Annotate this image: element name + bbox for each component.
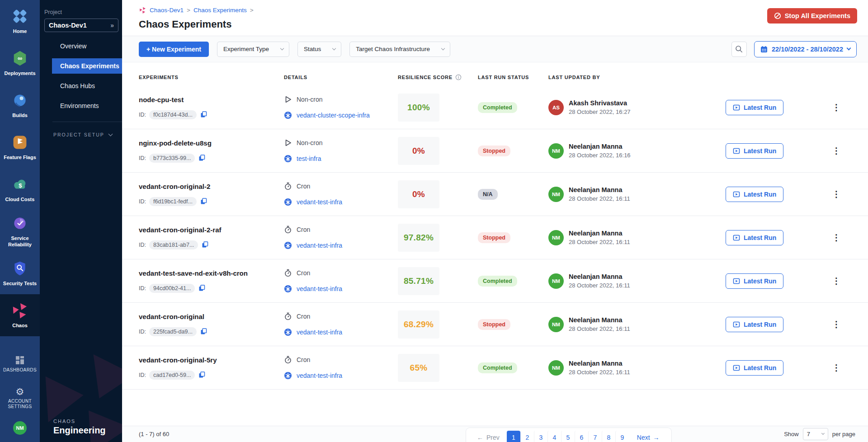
latest-run-button[interactable]: Latest Run	[726, 273, 783, 289]
date-range-picker[interactable]: 22/10/2022 - 28/10/2022	[754, 41, 857, 57]
page-button[interactable]: 5	[561, 431, 575, 442]
infrastructure-link[interactable]: vedant-test-infra	[297, 242, 342, 249]
experiment-id: b773c335-99...	[149, 154, 195, 163]
prev-page-button[interactable]: ← Prev	[472, 434, 505, 441]
page-button[interactable]: 4	[547, 431, 561, 442]
page-button[interactable]: 8	[602, 431, 615, 442]
row-menu-kebab-icon[interactable]: ⋮	[816, 320, 857, 329]
nav-dashboards[interactable]: DASHBOARDS	[0, 348, 40, 381]
experiment-cell: vedant-cron-original ID: 225fcad5-da9...	[139, 313, 284, 336]
infrastructure-link[interactable]: test-infra	[297, 155, 321, 162]
per-page-select[interactable]: 7	[803, 428, 828, 440]
next-page-button[interactable]: Next →	[631, 434, 666, 441]
latest-run-button[interactable]: Latest Run	[726, 187, 783, 202]
copy-icon[interactable]	[201, 241, 209, 249]
project-selector[interactable]: Chaos-Dev1 »	[44, 19, 118, 32]
breadcrumb-page[interactable]: Chaos Experiments	[193, 7, 247, 14]
stop-all-experiments-button[interactable]: Stop All Experiments	[767, 8, 857, 24]
infrastructure-link[interactable]: vedant-test-infra	[297, 285, 342, 292]
table-row: node-cpu-test ID: f0c187d4-43d...	[122, 86, 868, 129]
row-menu-kebab-icon[interactable]: ⋮	[816, 277, 857, 285]
infrastructure-link[interactable]: vedant-test-infra	[297, 198, 342, 206]
breadcrumb-project[interactable]: Chaos-Dev1	[150, 7, 184, 14]
experiment-cell: vedant-cron-original-2 ID: f6d19bc1-fedf…	[139, 183, 284, 206]
nav-cloud-costs-label: Cloud Costs	[5, 197, 35, 203]
experiment-type-line: Cron	[284, 356, 398, 364]
experiment-name[interactable]: node-cpu-test	[139, 96, 284, 103]
latest-run-button[interactable]: Latest Run	[726, 317, 783, 332]
experiment-name[interactable]: vedant-cron-original	[139, 313, 284, 320]
user-avatar[interactable]: NM	[13, 421, 27, 435]
nav-deployments[interactable]: ∞ Deployments	[0, 42, 40, 84]
experiment-name[interactable]: vedant-test-save-nd-exit-v8h-cron	[139, 269, 284, 277]
infrastructure-link[interactable]: vedant-test-infra	[297, 329, 342, 336]
toolbar-right: 22/10/2022 - 28/10/2022	[731, 41, 857, 57]
search-button[interactable]	[731, 42, 747, 57]
experiment-name[interactable]: vedant-cron-original-2-raf	[139, 226, 284, 234]
page-button[interactable]: 3	[534, 431, 547, 442]
per-page-value: 7	[807, 431, 810, 437]
info-icon[interactable]	[455, 74, 462, 80]
nav-home[interactable]: Home	[0, 0, 40, 42]
kubernetes-icon	[284, 371, 292, 380]
sidebar-item-chaos-experiments[interactable]: Chaos Experiments	[52, 58, 122, 74]
project-selector-value: Chaos-Dev1	[49, 22, 87, 29]
page-button[interactable]: 9	[615, 431, 629, 442]
experiment-cell: vedant-test-save-nd-exit-v8h-cron ID: 94…	[139, 269, 284, 293]
new-experiment-button[interactable]: + New Experiment	[139, 42, 209, 57]
sidebar-item-environments[interactable]: Environments	[40, 98, 122, 113]
latest-run-button[interactable]: Latest Run	[726, 143, 783, 159]
copy-icon[interactable]	[198, 284, 206, 292]
filter-experiment-type[interactable]: Experiment Type	[217, 42, 289, 57]
row-menu-kebab-icon[interactable]: ⋮	[816, 233, 857, 242]
page-button[interactable]: 6	[575, 431, 588, 442]
nav-builds[interactable]: Builds	[0, 84, 40, 126]
status-badge: N/A	[478, 189, 498, 200]
page-button[interactable]: 7	[588, 431, 602, 442]
table-row: vedant-test-save-nd-exit-v8h-cron ID: 94…	[122, 259, 868, 303]
nav-service-reliability-label: Service Reliability	[0, 235, 40, 248]
latest-run-button[interactable]: Latest Run	[726, 360, 783, 376]
copy-icon[interactable]	[200, 328, 208, 335]
infrastructure-link[interactable]: vedant-test-infra	[297, 372, 342, 379]
latest-run-button[interactable]: Latest Run	[726, 230, 783, 245]
column-details: DETAILS	[284, 75, 398, 80]
row-menu-kebab-icon[interactable]: ⋮	[816, 190, 857, 198]
filter-status[interactable]: Status	[297, 42, 341, 57]
filter-target-infrastructure[interactable]: Target Chaos Infrastructure	[349, 42, 450, 57]
copy-icon[interactable]	[200, 111, 208, 118]
latest-run-button[interactable]: Latest Run	[726, 100, 783, 115]
nav-account-settings[interactable]: ⚙ ACCOUNT SETTINGS	[0, 381, 40, 416]
sidebar-item-overview[interactable]: Overview	[40, 38, 122, 54]
nav-chaos[interactable]: Chaos	[0, 294, 40, 336]
experiment-name[interactable]: vedant-cron-original-2	[139, 183, 284, 190]
details-cell: Non-cron test-infra	[284, 139, 398, 163]
page-button[interactable]: 1	[507, 431, 520, 442]
nav-cloud-costs[interactable]: $ Cloud Costs	[0, 168, 40, 210]
chaos-breadcrumb-icon	[139, 6, 146, 14]
sidebar-item-chaos-hubs[interactable]: Chaos Hubs	[40, 78, 122, 94]
filter-target-infrastructure-label: Target Chaos Infrastructure	[356, 46, 430, 52]
nav-feature-flags[interactable]: Feature Flags	[0, 126, 40, 168]
nav-home-label: Home	[13, 28, 27, 35]
page-button[interactable]: 2	[520, 431, 534, 442]
row-menu-kebab-icon[interactable]: ⋮	[816, 363, 857, 372]
nav-service-reliability[interactable]: Service Reliability	[0, 210, 40, 252]
avatar: NM	[548, 187, 564, 202]
experiment-name[interactable]: vedant-cron-original-5ry	[139, 356, 284, 364]
copy-icon[interactable]	[198, 371, 206, 379]
table-row: vedant-cron-original-2 ID: f6d19bc1-fedf…	[122, 173, 868, 216]
infrastructure-link[interactable]: vedant-cluster-scope-infra	[297, 112, 370, 119]
copy-icon[interactable]	[198, 154, 206, 162]
row-menu-kebab-icon[interactable]: ⋮	[816, 103, 857, 112]
experiment-type-label: Cron	[297, 269, 310, 277]
experiment-name[interactable]: nginx-pod-delete-u8sg	[139, 139, 284, 147]
user-info: Neelanjan Manna 28 October 2022, 16:11	[569, 230, 630, 245]
module-sidebar: Home ∞ Deployments Builds Feature Flags …	[0, 0, 40, 442]
row-menu-kebab-icon[interactable]: ⋮	[816, 146, 857, 155]
column-last-run-status: LAST RUN STATUS	[478, 75, 548, 80]
avatar: NM	[548, 360, 564, 376]
project-setup-toggle[interactable]: PROJECT SETUP	[53, 132, 122, 137]
nav-security-tests[interactable]: Security Tests	[0, 252, 40, 294]
copy-icon[interactable]	[200, 197, 208, 205]
